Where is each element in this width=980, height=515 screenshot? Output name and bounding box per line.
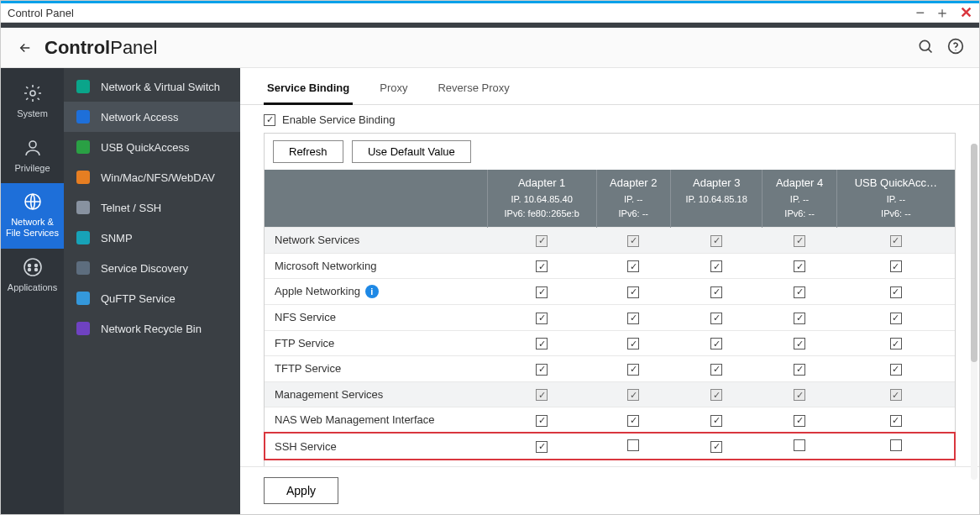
subnav-item-network-virtual-switch[interactable]: Network & Virtual Switch xyxy=(64,71,240,102)
binding-cell xyxy=(487,253,596,279)
binding-cell xyxy=(670,407,763,434)
binding-checkbox[interactable] xyxy=(794,338,805,349)
col-adapter-4: Adapter 4IP. --IPv6: -- xyxy=(763,170,836,228)
subnav-item-telnet-ssh[interactable]: Telnet / SSH xyxy=(64,192,240,223)
binding-checkbox[interactable] xyxy=(890,286,902,298)
binding-checkbox[interactable] xyxy=(710,260,722,272)
binding-checkbox[interactable] xyxy=(794,286,805,298)
subnav-item-quftp-service[interactable]: QuFTP Service xyxy=(64,283,240,313)
binding-checkbox[interactable] xyxy=(890,338,902,349)
maximize-icon[interactable]: ＋ xyxy=(935,5,950,20)
info-icon[interactable]: i xyxy=(365,285,379,298)
apply-button[interactable]: Apply xyxy=(264,477,338,504)
binding-checkbox[interactable] xyxy=(536,338,548,349)
service-name-cell: Network Services xyxy=(265,228,487,254)
back-button[interactable] xyxy=(16,39,34,57)
binding-checkbox[interactable] xyxy=(710,313,722,324)
binding-cell xyxy=(596,356,670,382)
subnav-item-network-recycle-bin[interactable]: Network Recycle Bin xyxy=(64,313,240,344)
binding-cell xyxy=(487,305,596,331)
tab-proxy[interactable]: Proxy xyxy=(376,76,411,105)
binding-cell xyxy=(763,228,836,254)
binding-checkbox[interactable] xyxy=(890,415,902,427)
sidebar-item-system[interactable]: System xyxy=(1,75,64,129)
binding-checkbox[interactable] xyxy=(794,439,805,451)
binding-checkbox[interactable] xyxy=(627,364,639,376)
scrollbar-thumb[interactable] xyxy=(971,144,977,362)
tab-service-binding[interactable]: Service Binding xyxy=(264,76,353,105)
binding-cell xyxy=(836,279,955,305)
binding-checkbox xyxy=(536,235,548,247)
table-toolbar: Refresh Use Default Value xyxy=(265,134,955,170)
binding-cell xyxy=(763,330,836,356)
subnav-label: Network Access xyxy=(101,111,178,123)
search-icon[interactable] xyxy=(917,38,934,58)
table-row: Apple Networkingi xyxy=(265,279,955,305)
app-header: ControlPanel xyxy=(1,28,979,68)
subnav-item-network-access[interactable]: Network Access xyxy=(64,102,240,132)
use-default-value-button[interactable]: Use Default Value xyxy=(352,140,471,163)
binding-checkbox[interactable] xyxy=(890,260,902,272)
binding-checkbox[interactable] xyxy=(794,313,805,324)
subnav-item-usb-quickaccess[interactable]: USB QuickAccess xyxy=(64,132,240,162)
table-row: Network Services xyxy=(265,228,955,254)
subnav-item-snmp[interactable]: SNMP xyxy=(64,223,240,253)
help-icon[interactable] xyxy=(947,38,964,58)
sidebar-item-privilege[interactable]: Privilege xyxy=(1,129,64,184)
tab-bar: Service Binding Proxy Reverse Proxy xyxy=(240,68,979,105)
binding-checkbox[interactable] xyxy=(627,415,639,427)
binding-checkbox[interactable] xyxy=(627,286,639,298)
binding-checkbox[interactable] xyxy=(536,286,548,298)
window-title: Control Panel xyxy=(8,7,915,19)
svg-point-8 xyxy=(34,264,37,266)
binding-checkbox[interactable] xyxy=(794,260,805,272)
refresh-button[interactable]: Refresh xyxy=(273,140,343,163)
close-icon[interactable]: ✕ xyxy=(960,5,972,20)
binding-checkbox[interactable] xyxy=(890,364,902,376)
binding-cell xyxy=(763,433,836,460)
binding-checkbox[interactable] xyxy=(536,415,548,427)
sidebar-label: Applications xyxy=(4,282,60,293)
binding-cell xyxy=(836,433,955,460)
binding-checkbox[interactable] xyxy=(536,313,548,324)
binding-checkbox[interactable] xyxy=(627,338,639,349)
binding-checkbox[interactable] xyxy=(890,439,902,451)
service-name-cell: NFS Service xyxy=(265,305,487,331)
col-adapter-2: Adapter 2IP. --IPv6: -- xyxy=(596,170,670,228)
col-adapter-1: Adapter 1IP. 10.64.85.40IPv6: fe80::265e… xyxy=(487,170,596,228)
binding-checkbox[interactable] xyxy=(710,364,722,376)
subnav-label: Telnet / SSH xyxy=(101,202,161,214)
brand-light: Panel xyxy=(110,37,157,58)
binding-checkbox[interactable] xyxy=(710,286,722,298)
binding-checkbox[interactable] xyxy=(627,439,639,451)
enable-service-binding-row: Enable Service Binding xyxy=(240,105,979,133)
binding-cell xyxy=(596,305,670,331)
binding-table-container: Refresh Use Default Value Adapter 1IP. 1… xyxy=(264,133,956,486)
enable-service-binding-checkbox[interactable] xyxy=(264,114,275,126)
tab-reverse-proxy[interactable]: Reverse Proxy xyxy=(434,76,512,105)
subnav-label: Network Recycle Bin xyxy=(101,323,202,335)
binding-checkbox xyxy=(536,389,548,401)
binding-cell xyxy=(763,279,836,305)
binding-checkbox[interactable] xyxy=(710,441,722,453)
binding-checkbox[interactable] xyxy=(627,313,639,324)
binding-checkbox[interactable] xyxy=(627,260,639,272)
scrollbar[interactable] xyxy=(971,144,977,480)
binding-checkbox[interactable] xyxy=(536,441,548,453)
subnav-item-win-mac-nfs-webdav[interactable]: Win/Mac/NFS/WebDAV xyxy=(64,162,240,192)
minimize-icon[interactable]: − xyxy=(915,5,925,20)
binding-cell xyxy=(596,279,670,305)
subnav-item-service-discovery[interactable]: Service Discovery xyxy=(64,253,240,283)
service-name-cell: Apple Networkingi xyxy=(265,279,487,305)
subnav-label: USB QuickAccess xyxy=(101,141,189,154)
sidebar-item-network-file-services[interactable]: Network & File Services xyxy=(1,183,64,248)
binding-checkbox[interactable] xyxy=(794,364,805,376)
binding-checkbox[interactable] xyxy=(710,415,722,427)
col-service xyxy=(265,170,487,228)
binding-checkbox[interactable] xyxy=(536,260,548,272)
binding-checkbox[interactable] xyxy=(890,313,902,324)
binding-checkbox[interactable] xyxy=(794,415,805,427)
sidebar-item-applications[interactable]: Applications xyxy=(1,249,64,303)
binding-checkbox[interactable] xyxy=(536,364,548,376)
binding-checkbox[interactable] xyxy=(710,338,722,349)
